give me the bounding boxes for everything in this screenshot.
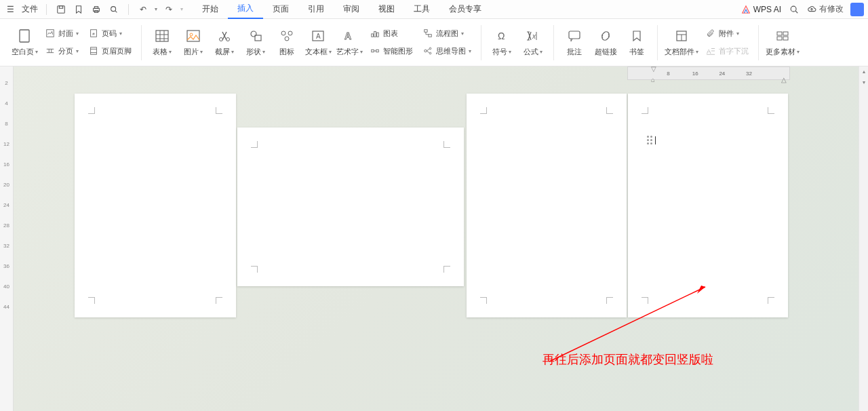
svg-rect-0 [58,5,65,13]
svg-point-41 [425,50,427,52]
tab-insert[interactable]: 插入 [228,0,263,19]
menu-icon[interactable]: ☰ [4,3,16,16]
tab-review[interactable]: 审阅 [334,0,369,19]
header-footer-button[interactable]: 页眉页脚 [85,43,134,58]
tab-view[interactable]: 视图 [369,0,404,19]
svg-rect-10 [47,30,54,37]
undo-icon[interactable]: ↶ [137,3,149,16]
group-symbols: Ω 符号▾ x 公式▾ [481,19,553,66]
dropcap-label: 首字下沉 [719,46,749,56]
cover-button[interactable]: 封面▾ [42,26,81,41]
print-icon[interactable] [90,3,102,16]
page-break-label: 分页 [58,46,73,56]
page-break-icon [45,45,56,56]
chart-button[interactable]: 图表 [367,26,416,41]
blank-page-label: 空白页 [12,47,34,57]
print-preview-icon[interactable] [108,3,120,16]
cloud-icon [807,5,816,14]
comment-button[interactable]: 批注 [561,22,588,62]
dropcap-button[interactable]: A 首字下沉 [703,43,751,58]
ruler-marker-right-icon[interactable]: △ [781,76,787,83]
page-3[interactable] [467,94,627,317]
menubar: ☰ 文件 ↶ ▾ ↷ ▾ 开始 插入 页面 引用 审阅 视图 工具 会员专享 W [0,0,868,19]
table-button[interactable]: 表格▾ [149,22,176,62]
tab-start[interactable]: 开始 [193,0,228,19]
tab-member[interactable]: 会员专享 [439,0,491,19]
svg-point-7 [791,6,796,12]
svg-text:A: A [316,33,321,40]
redo-dropdown[interactable]: ▾ [180,6,183,12]
group-illustrations: 表格▾ 图片▾ 截屏▾ 形状▾ 图标 A 文本框▾ A 艺术字▾ [142,19,481,66]
search-icon[interactable] [788,3,800,16]
svg-point-42 [429,47,431,50]
separator [46,4,47,15]
file-menu[interactable]: 文件 [22,3,38,15]
text-cursor [647,136,656,144]
separator [128,4,129,15]
bookmark-button[interactable]: 书签 [623,22,650,62]
drag-handle-icon[interactable] [647,136,652,144]
undo-dropdown[interactable]: ▾ [155,6,157,12]
picture-button[interactable]: 图片▾ [180,22,207,62]
icons-label: 图标 [279,47,294,57]
wps-ai-label: WPS AI [753,5,781,14]
svg-point-27 [281,31,285,35]
shapes-label: 形状 [246,47,261,57]
mindmap-icon [422,45,433,56]
page-number-button[interactable]: # 页码▾ [85,26,134,41]
scroll-down-icon[interactable]: ▾ [859,77,868,87]
menubar-right: WPS AI 有修改 [741,3,864,16]
document-canvas[interactable]: 2 4 8 12 16 20 24 28 32 36 40 44 ▽ ⌂ 8 1… [0,66,868,411]
page-4-active[interactable] [628,94,788,317]
account-icon[interactable] [850,3,864,16]
ruler-marker-top-icon[interactable]: ▽ [651,66,656,73]
main-tabs: 开始 插入 页面 引用 审阅 视图 工具 会员专享 [193,0,491,19]
blank-page-icon [16,28,33,44]
header-footer-label: 页眉页脚 [102,46,132,56]
horizontal-ruler: ▽ ⌂ 8 16 24 32 △ [627,66,790,80]
blank-page-button[interactable]: 空白页▾ [11,22,38,62]
shapes-button[interactable]: 形状▾ [242,22,269,62]
page-break-button[interactable]: 分页▾ [42,43,81,58]
hyperlink-button[interactable]: 超链接 [592,22,619,62]
comment-label: 批注 [567,47,582,57]
page-1[interactable] [75,94,236,317]
smart-graphic-button[interactable]: 智能图形 [367,43,416,58]
flowchart-icon [422,28,433,39]
redo-icon[interactable]: ↷ [163,3,175,16]
ribbon: 空白页▾ 封面▾ 分页▾ # 页码▾ 页眉页脚 [0,19,868,66]
screenshot-button[interactable]: 截屏▾ [211,22,238,62]
more-assets-icon [774,28,791,44]
mindmap-label: 思维导图 [436,46,466,56]
equation-button[interactable]: x 公式▾ [519,22,547,62]
vertical-ruler: 2 4 8 12 16 20 24 28 32 36 40 44 [0,66,14,411]
mindmap-button[interactable]: 思维导图▾ [420,43,474,58]
symbol-icon: Ω [494,28,510,44]
flowchart-button[interactable]: 流程图▾ [420,26,474,41]
doc-parts-button[interactable]: 文档部件▾ [665,22,698,62]
textbox-button[interactable]: A 文本框▾ [304,22,332,62]
wps-ai-button[interactable]: WPS AI [741,5,781,14]
svg-rect-55 [777,32,782,35]
scroll-up-icon[interactable]: ▴ [859,66,868,76]
equation-label: 公式 [524,47,538,57]
svg-rect-34 [374,31,376,37]
svg-text:x: x [532,33,536,40]
ruler-marker-bottom-icon[interactable]: ⌂ [651,76,655,83]
group-text: 文档部件▾ 附件▾ A 首字下沉 [658,19,758,66]
icons-button[interactable]: 图标 [273,22,300,62]
export-icon[interactable] [73,3,85,16]
tab-tools[interactable]: 工具 [404,0,439,19]
save-icon[interactable] [55,3,67,16]
attachment-button[interactable]: 附件▾ [703,26,751,41]
wordart-button[interactable]: A 艺术字▾ [336,22,363,62]
page-2-landscape[interactable] [237,128,464,286]
tab-page[interactable]: 页面 [263,0,298,19]
symbol-button[interactable]: Ω 符号▾ [488,22,515,62]
picture-icon [185,28,201,44]
tab-reference[interactable]: 引用 [298,0,334,19]
vertical-scrollbar[interactable]: ▴ ▾ [859,66,868,411]
save-status[interactable]: 有修改 [807,3,844,15]
icons-icon [279,28,295,44]
more-assets-button[interactable]: 更多素材▾ [766,22,800,62]
